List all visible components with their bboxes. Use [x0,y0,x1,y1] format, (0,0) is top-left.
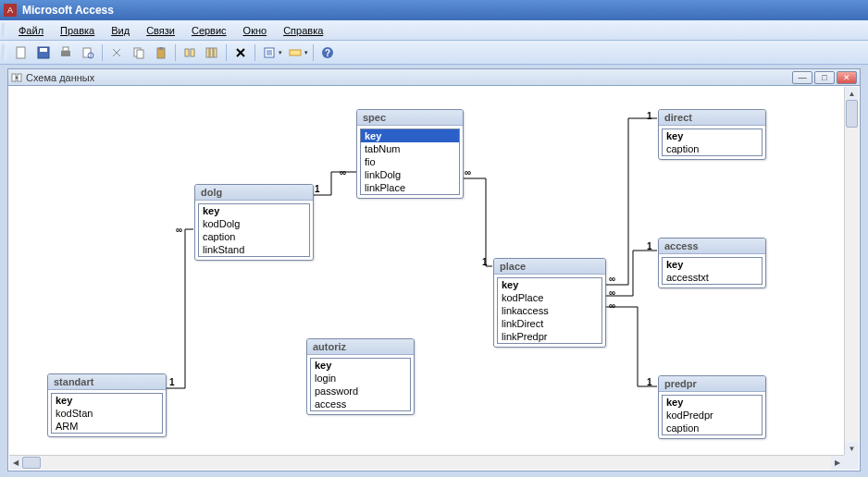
cut-button[interactable] [106,43,127,63]
table-body: keykodPlacelinkaccesslinkDirectlinkPredp… [497,277,602,344]
print-button[interactable] [56,43,76,63]
svg-rect-13 [206,48,209,57]
menu-relations[interactable]: Связи [139,23,182,38]
table-header[interactable]: direct [659,110,765,126]
table-header[interactable]: predpr [659,376,765,392]
table-header[interactable]: standart [48,374,166,390]
cardinality-label: ∞ [340,167,346,177]
cardinality-label: 1 [482,257,488,267]
table-field[interactable]: kodStan [52,407,162,420]
table-field[interactable]: linkPlace [361,181,459,194]
dropdown-arrow-icon[interactable]: ▾ [304,49,308,56]
menu-help[interactable]: Справка [276,23,330,38]
inner-window-titlebar[interactable]: Схема данных — □ ✕ [7,68,861,85]
table-header[interactable]: dolg [195,185,313,201]
cardinality-label: 1 [647,241,652,251]
table-field[interactable]: linkaccess [498,304,601,317]
table-field[interactable]: key [199,204,309,217]
table-field[interactable]: linkDirect [498,317,601,330]
svg-rect-11 [185,49,189,56]
table-field[interactable]: password [311,385,410,398]
table-standart[interactable]: standartkeykodStanARM [47,373,167,437]
horizontal-scrollbar[interactable]: ◀ ▶ [9,455,844,470]
svg-text:?: ? [325,48,330,58]
maximize-button[interactable]: □ [814,71,835,84]
table-header[interactable]: autoriz [307,339,414,355]
table-direct[interactable]: directkeycaption [658,109,766,160]
table-field[interactable]: accesstxt [663,271,762,284]
copy-button[interactable] [129,43,149,63]
table-field[interactable]: caption [663,142,762,155]
table-field[interactable]: fio [361,155,459,168]
toolbar-separator [175,44,176,61]
scroll-thumb[interactable] [846,100,858,128]
scroll-corner [844,455,859,470]
table-body: keycaption [662,128,763,156]
table-field[interactable]: key [663,396,762,409]
svg-rect-3 [61,51,70,56]
menu-service[interactable]: Сервис [184,23,234,38]
table-header[interactable]: spec [357,110,463,126]
table-field[interactable]: key [663,258,762,271]
menubar: Файл Правка Вид Связи Сервис Окно Справк… [0,20,868,41]
menu-window[interactable]: Окно [236,23,275,38]
workspace: Схема данных — □ ✕ dolgkeykodDolgcaption… [0,65,868,477]
table-field[interactable]: linkDolg [361,168,459,181]
table-field[interactable]: key [361,129,459,142]
scroll-up-icon[interactable]: ▲ [845,87,859,100]
paste-button[interactable] [151,43,171,63]
app-title: Microsoft Access [22,4,114,17]
table-field[interactable]: kodDolg [199,217,309,230]
table-field[interactable]: caption [663,422,762,434]
new-button[interactable] [11,43,31,63]
objects-button[interactable] [285,43,305,63]
table-field[interactable]: ARM [52,420,162,433]
table-field[interactable]: kodPredpr [663,409,762,422]
scroll-down-icon[interactable]: ▼ [845,442,859,455]
print-preview-button[interactable] [78,43,98,63]
scroll-left-icon[interactable]: ◀ [9,456,22,470]
show-direct-button[interactable] [202,43,222,63]
table-field[interactable]: access [311,398,410,410]
scroll-right-icon[interactable]: ▶ [831,456,844,470]
table-field[interactable]: tabNum [361,142,459,155]
table-header[interactable]: access [659,238,765,254]
table-field[interactable]: key [663,129,762,142]
table-field[interactable]: linkPredpr [498,330,601,343]
save-button[interactable] [33,43,54,63]
table-access[interactable]: accesskeyaccesstxt [658,238,766,288]
table-field[interactable]: key [311,359,410,372]
menu-file[interactable]: Файл [11,23,51,38]
table-field[interactable]: key [52,394,162,407]
table-autoriz[interactable]: autorizkeyloginpasswordaccess [306,338,415,415]
vertical-scrollbar[interactable]: ▲ ▼ [844,87,859,455]
table-header[interactable]: place [494,259,605,275]
table-place[interactable]: placekeykodPlacelinkaccesslinkDirectlink… [493,258,606,348]
svg-rect-20 [12,74,16,81]
svg-rect-4 [63,47,68,51]
dropdown-arrow-icon[interactable]: ▾ [279,49,282,56]
show-table-button[interactable] [180,43,200,63]
table-spec[interactable]: speckeytabNumfiolinkDolglinkPlace [356,109,464,199]
close-button[interactable]: ✕ [837,71,857,84]
table-body: keyloginpasswordaccess [310,358,411,411]
table-field[interactable]: login [311,372,410,385]
svg-rect-8 [137,50,143,58]
table-predpr[interactable]: predprkeykodPredprcaption [658,375,766,439]
diagram-area[interactable]: dolgkeykodDolgcaptionlinkStandspeckeytab… [7,85,861,471]
menu-edit[interactable]: Правка [53,23,102,38]
delete-button[interactable] [230,43,251,63]
toolbar-separator [313,44,314,61]
scroll-thumb[interactable] [22,457,41,469]
menu-view[interactable]: Вид [104,23,137,38]
table-field[interactable]: caption [199,230,309,243]
table-field[interactable]: key [498,278,601,291]
table-field[interactable]: linkStand [199,243,309,256]
minimize-button[interactable]: — [792,71,812,84]
toolbar-separator [254,44,255,61]
reports-button[interactable] [259,43,279,63]
table-field[interactable]: kodPlace [498,291,601,304]
help-button[interactable]: ? [317,43,338,63]
svg-rect-15 [214,48,217,57]
table-dolg[interactable]: dolgkeykodDolgcaptionlinkStand [194,184,314,261]
